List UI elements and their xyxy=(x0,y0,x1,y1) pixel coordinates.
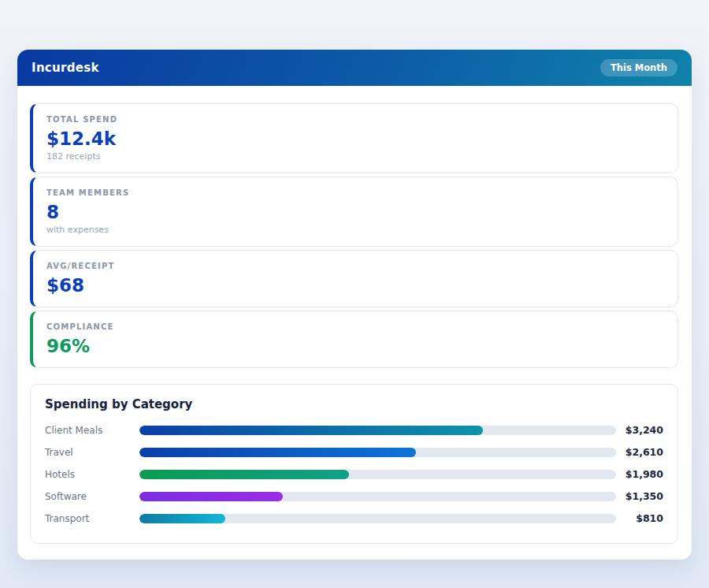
stat-subtext: 182 receipts xyxy=(46,151,665,163)
app-title: Incurdesk xyxy=(32,61,99,75)
spending-rows: Client Meals $3,240 Travel $2,610 xyxy=(45,424,663,524)
bar-fill-transport xyxy=(139,514,225,523)
spending-card-title: Spending by Category xyxy=(45,397,663,411)
category-amount: $3,240 xyxy=(616,424,663,436)
stat-subtext: with expenses xyxy=(46,224,665,236)
page-background: Incurdesk This Month TOTAL SPEND $12.4k … xyxy=(0,50,709,560)
bar-fill-travel xyxy=(139,448,416,457)
content-area: TOTAL SPEND $12.4k 182 receipts TEAM MEM… xyxy=(17,86,692,560)
spending-by-category-card: Spending by Category Client Meals $3,240… xyxy=(30,384,678,544)
category-label: Hotels xyxy=(45,469,139,480)
bar-track xyxy=(139,426,616,435)
bar-track xyxy=(139,514,616,523)
app-window: Incurdesk This Month TOTAL SPEND $12.4k … xyxy=(17,50,692,560)
stat-label: COMPLIANCE xyxy=(46,322,665,333)
bar-fill-software xyxy=(139,492,283,501)
category-amount: $2,610 xyxy=(616,446,663,458)
stat-card-compliance: COMPLIANCE 96% xyxy=(30,311,678,368)
stat-value: 8 xyxy=(46,200,665,224)
stat-card-total-spend: TOTAL SPEND $12.4k 182 receipts xyxy=(30,103,678,173)
category-amount: $810 xyxy=(616,512,663,524)
app-header: Incurdesk This Month xyxy=(17,50,692,86)
category-label: Software xyxy=(45,491,139,502)
spending-row-client-meals: Client Meals $3,240 xyxy=(45,424,663,436)
category-label: Travel xyxy=(45,447,139,458)
spending-row-travel: Travel $2,610 xyxy=(45,446,663,458)
category-amount: $1,350 xyxy=(616,490,663,502)
stat-value: $68 xyxy=(46,274,665,297)
stats-section: TOTAL SPEND $12.4k 182 receipts TEAM MEM… xyxy=(30,103,678,368)
spending-row-hotels: Hotels $1,980 xyxy=(45,468,663,480)
stat-value: 96% xyxy=(46,334,665,358)
stat-label: AVG/RECEIPT xyxy=(46,261,665,272)
category-amount: $1,980 xyxy=(616,468,663,480)
bar-track xyxy=(139,448,616,457)
bar-track xyxy=(139,492,616,501)
stat-label: TEAM MEMBERS xyxy=(46,188,665,199)
bar-fill-client-meals xyxy=(139,426,483,435)
period-badge[interactable]: This Month xyxy=(600,59,677,76)
spending-row-transport: Transport $810 xyxy=(45,512,663,524)
stat-card-team-members: TEAM MEMBERS 8 with expenses xyxy=(30,177,678,247)
stat-value: $12.4k xyxy=(46,127,665,151)
stat-label: TOTAL SPEND xyxy=(46,114,665,125)
stat-card-avg-receipt: AVG/RECEIPT $68 xyxy=(30,250,678,307)
spending-row-software: Software $1,350 xyxy=(45,490,663,502)
category-label: Client Meals xyxy=(45,425,139,436)
bar-fill-hotels xyxy=(139,470,349,479)
bar-track xyxy=(139,470,616,479)
category-label: Transport xyxy=(45,513,139,524)
